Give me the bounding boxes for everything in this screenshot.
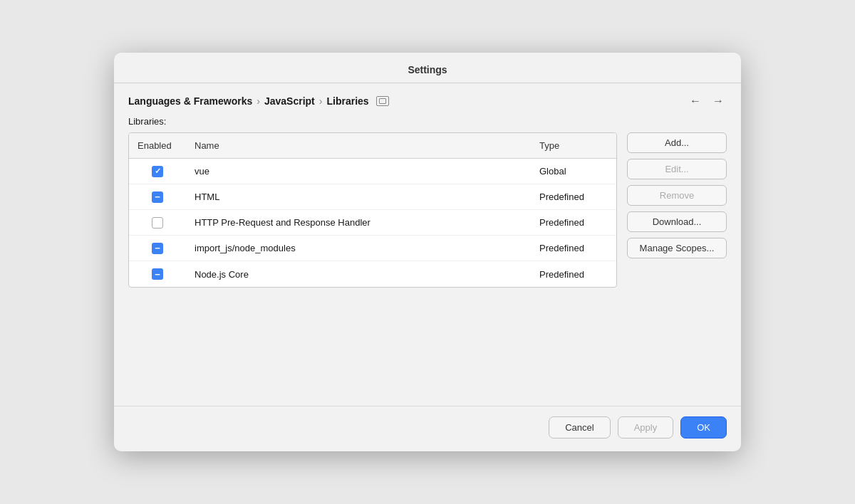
dialog-title: Settings <box>114 53 741 83</box>
cell-type: Predefined <box>531 265 616 284</box>
cancel-button[interactable]: Cancel <box>549 416 610 439</box>
cell-type: Global <box>531 162 616 181</box>
checkbox-4[interactable] <box>152 268 163 280</box>
table-body: vueGlobalHTMLPredefinedHTTP Pre-Request … <box>129 159 616 287</box>
libraries-table: Enabled Name Type vueGlobalHTMLPredefine… <box>128 132 617 288</box>
nav-forward-button[interactable]: → <box>710 93 727 109</box>
col-enabled: Enabled <box>129 137 186 154</box>
cell-type: Predefined <box>531 187 616 206</box>
cell-name: HTTP Pre-Request and Response Handler <box>186 213 531 232</box>
ok-button[interactable]: OK <box>680 416 727 439</box>
breadcrumb-sep1: › <box>256 95 260 107</box>
breadcrumb-part2: JavaScript <box>264 95 315 107</box>
col-name: Name <box>186 137 531 154</box>
download-button[interactable]: Download... <box>627 211 727 232</box>
checkbox-2[interactable] <box>152 217 163 229</box>
table-row[interactable]: Node.js CorePredefined <box>129 261 616 287</box>
cell-name: HTML <box>186 187 531 206</box>
breadcrumb-part1: Languages & Frameworks <box>128 95 252 107</box>
add-button[interactable]: Add... <box>627 132 727 153</box>
cell-type: Predefined <box>531 238 616 258</box>
cell-name: Node.js Core <box>186 265 531 284</box>
table-row[interactable]: vueGlobal <box>129 159 616 184</box>
table-row[interactable]: HTTP Pre-Request and Response HandlerPre… <box>129 210 616 236</box>
checkbox-1[interactable] <box>152 191 163 203</box>
main-row: Enabled Name Type vueGlobalHTMLPredefine… <box>128 132 727 288</box>
checkbox-3[interactable] <box>152 243 163 254</box>
table-row[interactable]: HTMLPredefined <box>129 184 616 210</box>
remove-button: Remove <box>627 185 727 206</box>
cell-name: vue <box>186 162 531 181</box>
checkbox-0[interactable] <box>152 166 163 177</box>
cell-type: Predefined <box>531 213 616 232</box>
footer: Cancel Apply OK <box>114 406 741 451</box>
nav-arrows: ← → <box>687 93 727 109</box>
table-header: Enabled Name Type <box>129 133 616 159</box>
breadcrumb-row: Languages & Frameworks › JavaScript › Li… <box>114 83 741 116</box>
breadcrumb-layout-icon <box>376 96 389 106</box>
libraries-label: Libraries: <box>128 116 727 127</box>
breadcrumb-part3: Libraries <box>326 95 368 107</box>
side-buttons: Add... Edit... Remove Download... Manage… <box>627 132 727 258</box>
apply-button: Apply <box>618 416 674 439</box>
breadcrumb: Languages & Frameworks › JavaScript › Li… <box>128 95 389 107</box>
table-row[interactable]: import_js/node_modulesPredefined <box>129 236 616 261</box>
nav-back-button[interactable]: ← <box>687 93 704 109</box>
breadcrumb-sep2: › <box>319 95 323 107</box>
manage-scopes-button[interactable]: Manage Scopes... <box>627 238 727 258</box>
edit-button: Edit... <box>627 159 727 179</box>
content-area: Libraries: Enabled Name Type vueGlobalHT… <box>114 116 741 406</box>
cell-name: import_js/node_modules <box>186 238 531 258</box>
settings-dialog: Settings Languages & Frameworks › JavaSc… <box>114 53 741 451</box>
col-type: Type <box>531 137 616 154</box>
